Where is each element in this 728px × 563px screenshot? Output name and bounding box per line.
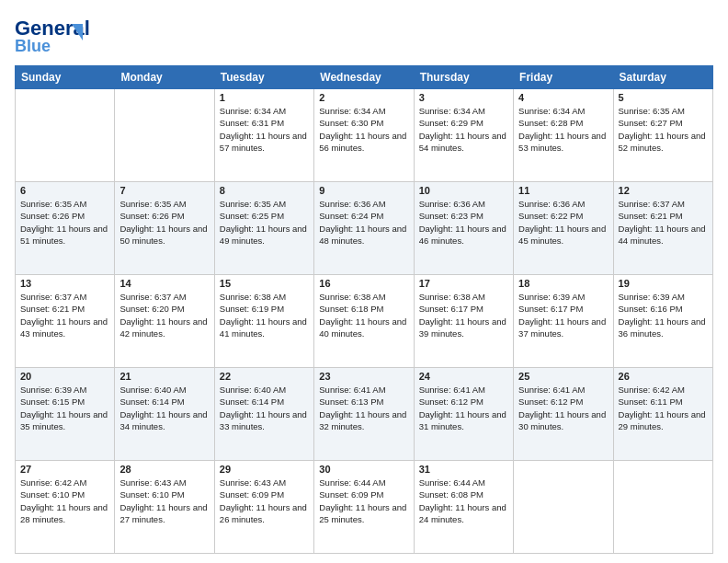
sunrise-text: Sunrise: 6:44 AM bbox=[419, 477, 508, 488]
sunset-text: Sunset: 6:22 PM bbox=[518, 210, 608, 222]
sunrise-text: Sunrise: 6:39 AM bbox=[518, 291, 608, 303]
calendar-day-cell bbox=[115, 89, 214, 182]
calendar-day-cell: 19Sunrise: 6:39 AMSunset: 6:16 PMDayligh… bbox=[613, 275, 712, 368]
day-number: 7 bbox=[119, 185, 209, 196]
header: General Blue bbox=[15, 15, 713, 56]
day-info: Sunrise: 6:37 AMSunset: 6:21 PMDaylight:… bbox=[20, 291, 109, 339]
calendar-day-cell: 22Sunrise: 6:40 AMSunset: 6:14 PMDayligh… bbox=[214, 368, 313, 461]
sunrise-text: Sunrise: 6:37 AM bbox=[20, 291, 109, 303]
daylight-text: Daylight: 11 hours and 50 minutes. bbox=[119, 223, 209, 247]
sunrise-text: Sunrise: 6:37 AM bbox=[119, 291, 209, 303]
daylight-text: Daylight: 11 hours and 46 minutes. bbox=[419, 223, 508, 247]
day-number: 29 bbox=[220, 464, 309, 475]
sunset-text: Sunset: 6:19 PM bbox=[220, 303, 309, 315]
daylight-text: Daylight: 11 hours and 54 minutes. bbox=[419, 130, 508, 155]
page: General Blue SundayMondayTuesdayWednesda… bbox=[0, 0, 728, 563]
day-number: 2 bbox=[319, 92, 408, 103]
day-number: 26 bbox=[619, 371, 708, 382]
sunrise-text: Sunrise: 6:41 AM bbox=[419, 384, 508, 396]
calendar-day-cell: 26Sunrise: 6:42 AMSunset: 6:11 PMDayligh… bbox=[613, 368, 712, 461]
daylight-text: Daylight: 11 hours and 29 minutes. bbox=[619, 408, 708, 433]
day-number: 21 bbox=[119, 371, 209, 382]
calendar-day-cell: 15Sunrise: 6:38 AMSunset: 6:19 PMDayligh… bbox=[214, 275, 313, 368]
sunrise-text: Sunrise: 6:36 AM bbox=[319, 198, 408, 210]
sunrise-text: Sunrise: 6:42 AM bbox=[20, 477, 109, 488]
sunrise-text: Sunrise: 6:42 AM bbox=[619, 384, 708, 396]
daylight-text: Daylight: 11 hours and 39 minutes. bbox=[419, 316, 508, 340]
logo: General Blue bbox=[15, 15, 97, 56]
calendar-day-cell: 8Sunrise: 6:35 AMSunset: 6:25 PMDaylight… bbox=[214, 182, 313, 275]
sunset-text: Sunset: 6:17 PM bbox=[518, 303, 608, 315]
day-info: Sunrise: 6:34 AMSunset: 6:30 PMDaylight:… bbox=[319, 105, 408, 154]
day-number: 31 bbox=[419, 464, 508, 475]
daylight-text: Daylight: 11 hours and 36 minutes. bbox=[619, 316, 708, 340]
daylight-text: Daylight: 11 hours and 24 minutes. bbox=[419, 501, 508, 526]
sunrise-text: Sunrise: 6:40 AM bbox=[119, 384, 209, 396]
svg-text:Blue: Blue bbox=[15, 37, 51, 55]
day-info: Sunrise: 6:41 AMSunset: 6:12 PMDaylight:… bbox=[518, 384, 608, 432]
weekday-header: Friday bbox=[514, 66, 613, 89]
sunset-text: Sunset: 6:13 PM bbox=[319, 396, 408, 408]
sunset-text: Sunset: 6:24 PM bbox=[319, 210, 408, 222]
day-info: Sunrise: 6:40 AMSunset: 6:14 PMDaylight:… bbox=[220, 384, 309, 432]
sunrise-text: Sunrise: 6:34 AM bbox=[518, 105, 608, 117]
sunrise-text: Sunrise: 6:36 AM bbox=[518, 198, 608, 210]
day-number: 14 bbox=[119, 278, 209, 289]
day-info: Sunrise: 6:37 AMSunset: 6:21 PMDaylight:… bbox=[619, 198, 708, 247]
sunrise-text: Sunrise: 6:39 AM bbox=[20, 384, 109, 396]
day-info: Sunrise: 6:43 AMSunset: 6:10 PMDaylight:… bbox=[119, 477, 209, 525]
daylight-text: Daylight: 11 hours and 49 minutes. bbox=[220, 223, 309, 247]
calendar-day-cell: 5Sunrise: 6:35 AMSunset: 6:27 PMDaylight… bbox=[613, 89, 712, 182]
day-info: Sunrise: 6:35 AMSunset: 6:27 PMDaylight:… bbox=[619, 105, 708, 154]
day-info: Sunrise: 6:38 AMSunset: 6:18 PMDaylight:… bbox=[319, 291, 408, 339]
calendar-table: SundayMondayTuesdayWednesdayThursdayFrid… bbox=[15, 65, 713, 554]
sunrise-text: Sunrise: 6:38 AM bbox=[220, 291, 309, 303]
day-number: 10 bbox=[419, 185, 508, 196]
day-info: Sunrise: 6:39 AMSunset: 6:15 PMDaylight:… bbox=[20, 384, 109, 432]
day-info: Sunrise: 6:39 AMSunset: 6:17 PMDaylight:… bbox=[518, 291, 608, 339]
day-info: Sunrise: 6:39 AMSunset: 6:16 PMDaylight:… bbox=[619, 291, 708, 339]
sunrise-text: Sunrise: 6:38 AM bbox=[319, 291, 408, 303]
daylight-text: Daylight: 11 hours and 42 minutes. bbox=[119, 316, 209, 340]
sunset-text: Sunset: 6:09 PM bbox=[319, 488, 408, 500]
day-info: Sunrise: 6:34 AMSunset: 6:31 PMDaylight:… bbox=[220, 105, 309, 154]
day-number: 17 bbox=[419, 278, 508, 289]
calendar-day-cell bbox=[613, 461, 712, 554]
calendar-day-cell: 16Sunrise: 6:38 AMSunset: 6:18 PMDayligh… bbox=[314, 275, 414, 368]
sunset-text: Sunset: 6:26 PM bbox=[20, 210, 109, 222]
day-number: 12 bbox=[619, 185, 708, 196]
day-number: 15 bbox=[220, 278, 309, 289]
calendar-day-cell: 7Sunrise: 6:35 AMSunset: 6:26 PMDaylight… bbox=[115, 182, 214, 275]
calendar-day-cell: 30Sunrise: 6:44 AMSunset: 6:09 PMDayligh… bbox=[314, 461, 414, 554]
sunset-text: Sunset: 6:31 PM bbox=[220, 117, 309, 129]
sunrise-text: Sunrise: 6:41 AM bbox=[319, 384, 408, 396]
daylight-text: Daylight: 11 hours and 52 minutes. bbox=[619, 130, 708, 155]
day-number: 11 bbox=[518, 185, 608, 196]
calendar-day-cell: 14Sunrise: 6:37 AMSunset: 6:20 PMDayligh… bbox=[115, 275, 214, 368]
daylight-text: Daylight: 11 hours and 28 minutes. bbox=[20, 501, 109, 526]
day-number: 19 bbox=[619, 278, 708, 289]
calendar-day-cell: 4Sunrise: 6:34 AMSunset: 6:28 PMDaylight… bbox=[514, 89, 613, 182]
day-number: 9 bbox=[319, 185, 408, 196]
daylight-text: Daylight: 11 hours and 44 minutes. bbox=[619, 223, 708, 247]
calendar-day-cell: 18Sunrise: 6:39 AMSunset: 6:17 PMDayligh… bbox=[514, 275, 613, 368]
calendar-day-cell: 13Sunrise: 6:37 AMSunset: 6:21 PMDayligh… bbox=[16, 275, 115, 368]
day-number: 24 bbox=[419, 371, 508, 382]
calendar-day-cell: 24Sunrise: 6:41 AMSunset: 6:12 PMDayligh… bbox=[414, 368, 513, 461]
sunrise-text: Sunrise: 6:43 AM bbox=[220, 477, 309, 488]
sunset-text: Sunset: 6:26 PM bbox=[119, 210, 209, 222]
sunset-text: Sunset: 6:11 PM bbox=[619, 396, 708, 408]
sunset-text: Sunset: 6:30 PM bbox=[319, 117, 408, 129]
daylight-text: Daylight: 11 hours and 43 minutes. bbox=[20, 316, 109, 340]
day-number: 8 bbox=[220, 185, 309, 196]
sunrise-text: Sunrise: 6:41 AM bbox=[518, 384, 608, 396]
calendar-day-cell: 10Sunrise: 6:36 AMSunset: 6:23 PMDayligh… bbox=[414, 182, 513, 275]
sunset-text: Sunset: 6:15 PM bbox=[20, 396, 109, 408]
day-number: 6 bbox=[20, 185, 109, 196]
day-info: Sunrise: 6:35 AMSunset: 6:26 PMDaylight:… bbox=[119, 198, 209, 247]
day-number: 28 bbox=[119, 464, 209, 475]
calendar-day-cell: 3Sunrise: 6:34 AMSunset: 6:29 PMDaylight… bbox=[414, 89, 513, 182]
day-number: 1 bbox=[220, 92, 309, 103]
sunrise-text: Sunrise: 6:34 AM bbox=[419, 105, 508, 117]
calendar-week-row: 1Sunrise: 6:34 AMSunset: 6:31 PMDaylight… bbox=[16, 89, 713, 182]
